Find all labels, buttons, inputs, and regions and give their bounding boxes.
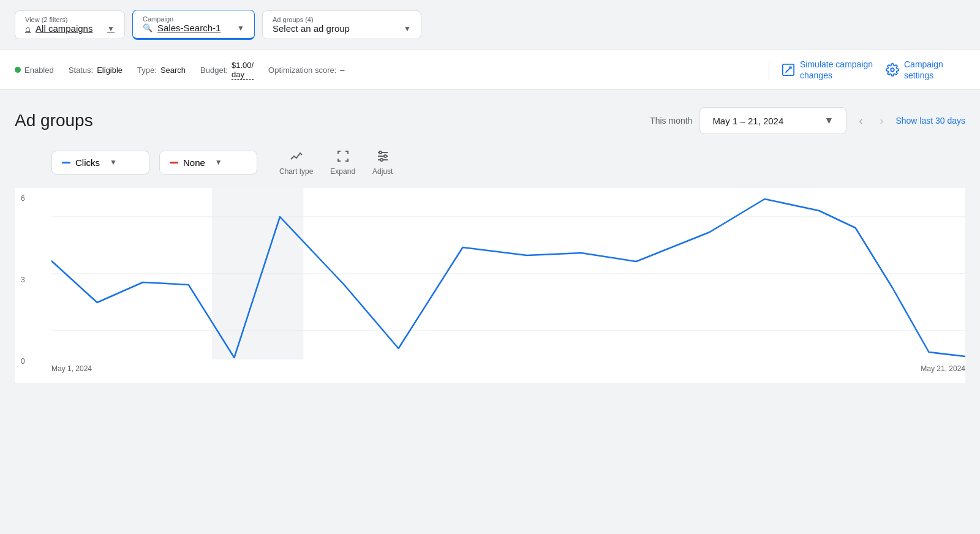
page-title: Ad groups <box>15 111 93 130</box>
chevron-down-icon: ▼ <box>215 158 222 167</box>
chart-action-buttons: Chart type Expand <box>279 149 393 176</box>
svg-point-1 <box>891 68 894 72</box>
campaign-value-row: 🔍 Sales-Search-1 ▼ <box>143 23 244 33</box>
chart-type-button[interactable]: Chart type <box>279 149 313 176</box>
view-dropdown[interactable]: View (2 filters) ⌂ All campaigns ▼ <box>15 10 125 39</box>
enabled-dot <box>15 67 21 73</box>
date-controls: This month May 1 – 21, 2024 ▼ ‹ › Show l… <box>650 107 965 134</box>
action-buttons: Simulate campaign changes Campaign setti… <box>769 59 965 81</box>
this-month-label: This month <box>650 116 692 126</box>
divider <box>769 60 769 80</box>
chart-svg-area <box>51 188 965 359</box>
svg-point-5 <box>379 151 382 154</box>
campaign-icon: 🔍 <box>143 23 153 32</box>
type-item: Type: Search <box>137 66 186 75</box>
simulate-btn[interactable]: Simulate campaign changes <box>782 59 873 81</box>
expand-button[interactable]: Expand <box>330 149 355 176</box>
top-bar: View (2 filters) ⌂ All campaigns ▼ Campa… <box>0 0 980 50</box>
main-content: Ad groups This month May 1 – 21, 2024 ▼ … <box>0 90 980 383</box>
prev-period-button[interactable]: ‹ <box>854 112 867 130</box>
clicks-color-indicator <box>62 162 70 164</box>
budget-item: Budget: $1.00/day <box>200 61 254 80</box>
svg-point-6 <box>384 155 386 157</box>
home-icon: ⌂ <box>25 23 31 34</box>
x-axis: May 1, 2024 May 21, 2024 <box>51 359 965 383</box>
chevron-down-icon: ▼ <box>237 24 244 32</box>
y-axis: 0 3 6 <box>21 194 25 366</box>
x-label-start: May 1, 2024 <box>51 364 92 373</box>
campaign-label: Campaign <box>143 15 244 23</box>
y-label-6: 6 <box>21 194 25 203</box>
campaign-settings-btn[interactable]: Campaign settings <box>886 59 965 81</box>
adgroups-dropdown[interactable]: Ad groups (4) Select an ad group ▼ <box>262 10 421 39</box>
status-item: Status: Eligible <box>69 66 123 75</box>
show-last-30-button[interactable]: Show last 30 days <box>895 116 965 126</box>
simulate-icon <box>782 63 795 77</box>
date-range-button[interactable]: May 1 – 21, 2024 ▼ <box>699 107 846 134</box>
adgroups-label: Ad groups (4) <box>273 16 411 23</box>
none-color-indicator <box>170 162 178 164</box>
section-header: Ad groups This month May 1 – 21, 2024 ▼ … <box>15 107 965 134</box>
svg-point-7 <box>380 159 383 161</box>
x-label-end: May 21, 2024 <box>921 364 965 373</box>
adjust-icon <box>375 149 390 164</box>
adjust-button[interactable]: Adjust <box>372 149 393 176</box>
gear-icon <box>886 63 899 77</box>
enabled-status: Enabled <box>15 66 54 75</box>
svg-rect-11 <box>212 188 303 359</box>
y-label-3: 3 <box>21 276 25 284</box>
y-label-0: 0 <box>21 357 25 366</box>
expand-icon <box>336 149 350 164</box>
chevron-down-icon: ▼ <box>824 115 834 126</box>
chevron-down-icon: ▼ <box>110 158 117 167</box>
chevron-down-icon: ▼ <box>107 24 115 33</box>
chart-container: 0 3 6 May 1, 2024 May 21, 2024 <box>15 188 965 383</box>
view-filter-label: View (2 filters) <box>25 16 115 23</box>
adgroups-value-row: Select an ad group ▼ <box>273 23 411 34</box>
view-filter-value: ⌂ All campaigns ▼ <box>25 23 115 34</box>
metric2-dropdown[interactable]: None ▼ <box>159 151 257 175</box>
chart-controls: Clicks ▼ None ▼ Chart type <box>51 149 965 176</box>
chart-svg <box>51 188 965 359</box>
campaign-dropdown[interactable]: Campaign 🔍 Sales-Search-1 ▼ <box>132 10 255 40</box>
chevron-down-icon: ▼ <box>404 24 411 33</box>
optimization-item: Optimization score: – <box>268 66 345 75</box>
status-bar: Enabled Status: Eligible Type: Search Bu… <box>0 50 980 90</box>
metric1-dropdown[interactable]: Clicks ▼ <box>51 151 149 175</box>
next-period-button[interactable]: › <box>875 112 888 130</box>
chart-type-icon <box>289 149 304 164</box>
